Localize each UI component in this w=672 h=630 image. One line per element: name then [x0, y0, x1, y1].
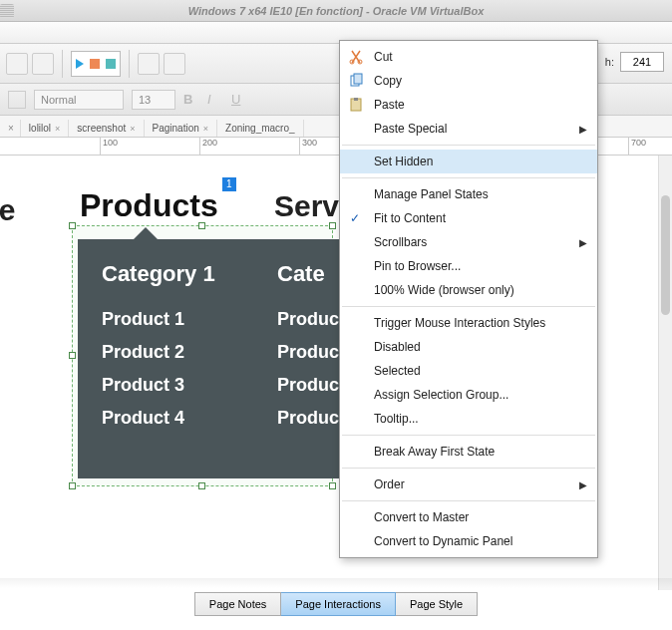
toolbar-button[interactable] [138, 53, 160, 75]
submenu-arrow-icon: ▶ [579, 237, 587, 248]
menu-separator [342, 177, 595, 178]
play-icon [76, 59, 84, 69]
menu-separator [342, 500, 595, 501]
window-titlebar: Windows 7 x64 IE10 [En fonction] - Oracl… [0, 0, 672, 22]
tab-label: Pagination [153, 123, 199, 134]
menu-label: 100% Wide (browser only) [374, 283, 514, 297]
toolbar-separator [62, 50, 63, 78]
submenu-arrow-icon: ▶ [579, 124, 587, 135]
resize-handle[interactable] [69, 222, 76, 229]
menu-item-pin-to-browser[interactable]: Pin to Browser... [340, 254, 597, 278]
height-label: h: [605, 56, 614, 68]
resize-handle[interactable] [198, 222, 205, 229]
menu-label: Paste [374, 98, 405, 112]
footnote-badge: 1 [222, 177, 236, 191]
tab-page-style[interactable]: Page Style [396, 592, 478, 616]
ruler-tick: 200 [199, 138, 217, 156]
resize-handle[interactable] [329, 482, 336, 489]
menu-label: Set Hidden [374, 155, 433, 168]
preview-button-group[interactable] [71, 51, 121, 77]
menu-item-cut[interactable]: Cut [340, 45, 597, 69]
menu-label: Tooltip... [374, 412, 419, 426]
close-icon[interactable]: × [55, 124, 60, 134]
shadow-divider [0, 578, 672, 588]
menu-item-convert-to-master[interactable]: Convert to Master [340, 505, 597, 529]
resize-handle[interactable] [69, 482, 76, 489]
close-tab-icon[interactable]: × [2, 120, 21, 137]
menu-label: Paste Special [374, 122, 447, 136]
tab-page-interactions[interactable]: Page Interactions [281, 592, 396, 616]
menu-label: Selected [374, 364, 421, 378]
menu-item-order[interactable]: Order ▶ [340, 472, 597, 496]
tab-page-notes[interactable]: Page Notes [194, 592, 281, 616]
category-header: Category 1 [102, 261, 271, 287]
bottom-tab-bar: Page Notes Page Interactions Page Style [0, 592, 672, 616]
document-tab[interactable]: Zoning_macro_ [217, 120, 303, 137]
toolbar-button[interactable] [8, 91, 26, 109]
vertical-scrollbar[interactable] [658, 156, 672, 590]
menu-item-copy[interactable]: Copy [340, 69, 597, 93]
menu-label: Trigger Mouse Interaction Styles [374, 316, 545, 330]
menu-item-trigger-mouse-styles[interactable]: Trigger Mouse Interaction Styles [340, 311, 597, 335]
resize-handle[interactable] [329, 222, 336, 229]
ruler-tick: 100 [100, 138, 118, 156]
svg-rect-3 [354, 74, 362, 84]
menu-label: Assign Selection Group... [374, 388, 508, 402]
ruler-tick: 700 [628, 138, 646, 156]
menu-item-break-away-first-state[interactable]: Break Away First State [340, 440, 597, 464]
menu-item-convert-to-dynamic-panel[interactable]: Convert to Dynamic Panel [340, 529, 597, 553]
toolbar-button[interactable] [6, 53, 28, 75]
menu-item-disabled[interactable]: Disabled [340, 335, 597, 359]
menu-item-scrollbars[interactable]: Scrollbars ▶ [340, 230, 597, 254]
paragraph-style-select[interactable]: Normal [34, 90, 124, 110]
tab-label: lolilol [29, 123, 51, 134]
menu-item-paste[interactable]: Paste [340, 93, 597, 117]
font-size-value: 13 [139, 94, 151, 106]
font-size-select[interactable]: 13 [132, 90, 175, 110]
italic-icon[interactable]: I [207, 92, 223, 108]
menu-item-fit-to-content[interactable]: ✓ Fit to Content [340, 206, 597, 230]
toolbar-button[interactable] [32, 53, 54, 75]
nav-item-services-partial: Serv [274, 189, 339, 223]
resize-handle[interactable] [69, 352, 76, 359]
menu-item-100-wide[interactable]: 100% Wide (browser only) [340, 278, 597, 302]
menu-separator [342, 306, 595, 307]
menu-separator [342, 435, 595, 436]
resize-handle[interactable] [198, 482, 205, 489]
height-field-group: h: [605, 52, 664, 72]
document-tab[interactable]: Pagination× [145, 120, 218, 137]
toolbar-button[interactable] [164, 53, 185, 75]
close-icon[interactable]: × [130, 124, 135, 134]
menu-item-tooltip[interactable]: Tooltip... [340, 407, 597, 431]
menu-label: Scrollbars [374, 235, 427, 249]
ruler-tick: 300 [299, 138, 317, 156]
bottom-panel: Page Notes Page Interactions Page Style [0, 578, 672, 624]
document-tab[interactable]: screenshot× [69, 120, 144, 137]
paste-icon [348, 97, 364, 113]
bold-icon[interactable]: B [183, 92, 199, 108]
paragraph-style-value: Normal [41, 94, 76, 106]
tab-label: screenshot [77, 123, 126, 134]
mega-item: Product 4 [102, 408, 271, 429]
menu-item-set-hidden[interactable]: Set Hidden [340, 150, 597, 173]
menu-item-selected[interactable]: Selected [340, 359, 597, 383]
mega-item: Product 1 [102, 309, 271, 330]
scissors-icon [348, 49, 364, 65]
scrollbar-thumb[interactable] [661, 195, 670, 315]
close-icon[interactable]: × [203, 124, 208, 134]
mega-item: Product 2 [102, 342, 271, 363]
menu-item-paste-special[interactable]: Paste Special ▶ [340, 117, 597, 141]
window-title: Windows 7 x64 IE10 [En fonction] - Oracl… [188, 5, 485, 17]
checkmark-icon: ✓ [350, 211, 360, 225]
menu-item-manage-panel-states[interactable]: Manage Panel States [340, 182, 597, 206]
menu-label: Disabled [374, 340, 421, 354]
height-input[interactable] [620, 52, 664, 72]
underline-icon[interactable]: U [231, 92, 247, 108]
document-tab[interactable]: lolilol× [21, 120, 70, 137]
svg-rect-5 [354, 98, 358, 101]
preview-icon [90, 59, 100, 69]
menu-label: Break Away First State [374, 445, 495, 459]
tab-label: Zoning_macro_ [225, 123, 294, 134]
menu-item-assign-selection-group[interactable]: Assign Selection Group... [340, 383, 597, 407]
menu-label: Convert to Master [374, 510, 469, 524]
